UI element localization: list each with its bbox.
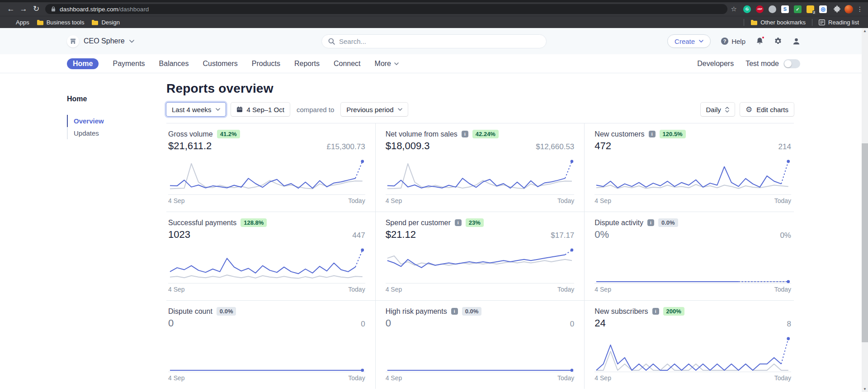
- sidebar-item-updates[interactable]: Updates: [67, 127, 166, 139]
- create-label: Create: [675, 38, 695, 45]
- browser-menu-icon[interactable]: ⋮: [857, 5, 863, 13]
- metric-previous-value: 8: [787, 320, 791, 329]
- tab-customers[interactable]: Customers: [203, 60, 237, 68]
- metric-previous-value: 0: [361, 320, 365, 329]
- check-extension-icon[interactable]: ✓: [794, 5, 802, 13]
- reading-list[interactable]: Reading list: [815, 18, 863, 27]
- tab-balances[interactable]: Balances: [159, 60, 189, 68]
- edit-charts-button[interactable]: ⚙ Edit charts: [740, 103, 794, 116]
- change-badge: 42.24%: [472, 130, 499, 138]
- metric-card-gross-volume: Gross volume41.2%$21,611.2£15,300.734 Se…: [166, 123, 376, 212]
- sparkline-chart: [386, 334, 575, 372]
- notifications-button[interactable]: [756, 37, 764, 45]
- change-badge: 120.5%: [660, 130, 686, 138]
- axis-start-label: 4 Sep: [386, 286, 402, 293]
- bookmark-apps[interactable]: Apps: [5, 18, 33, 27]
- info-icon[interactable]: i: [451, 308, 458, 315]
- tab-products[interactable]: Products: [252, 60, 280, 68]
- bookmarks-divider: [744, 19, 744, 26]
- date-picker-button[interactable]: 4 Sep–1 Oct: [231, 103, 290, 116]
- metric-card-successful-payments: Successful payments128.8%10234474 SepTod…: [166, 212, 376, 301]
- info-icon[interactable]: i: [649, 131, 656, 137]
- scroll-up-icon[interactable]: ▲: [862, 28, 868, 34]
- user-profile-button[interactable]: [793, 38, 800, 45]
- metric-value: $21,611.2: [168, 140, 212, 152]
- filter-right: Daily ⚙ Edit charts: [701, 103, 794, 116]
- metric-value: 0%: [594, 229, 609, 241]
- reading-list-label: Reading list: [828, 19, 859, 26]
- bookmark-label: Apps: [16, 19, 29, 26]
- extensions-puzzle-icon[interactable]: [833, 5, 841, 13]
- other-bookmarks[interactable]: Other bookmarks: [747, 18, 809, 27]
- forward-icon[interactable]: →: [17, 2, 30, 16]
- change-badge: 0.0%: [217, 307, 236, 316]
- search-input[interactable]: Search...: [321, 34, 547, 48]
- create-button[interactable]: Create: [667, 34, 711, 48]
- browser-profile-avatar[interactable]: [844, 5, 853, 14]
- info-icon[interactable]: i: [652, 308, 659, 315]
- grammarly-extension-icon[interactable]: G: [743, 5, 751, 13]
- chart-axis: 4 SepToday: [168, 194, 365, 212]
- help-button[interactable]: ? Help: [721, 38, 745, 45]
- back-icon[interactable]: ←: [5, 2, 17, 16]
- bookmark-business-tools[interactable]: Business tools: [33, 18, 88, 27]
- bookmark-design[interactable]: Design: [88, 18, 123, 27]
- card-header: Successful payments128.8%: [168, 218, 365, 227]
- developers-link[interactable]: Developers: [697, 60, 734, 68]
- settings-gear-button[interactable]: [774, 37, 782, 45]
- scrollbar-thumb[interactable]: [862, 143, 868, 342]
- date-range-select[interactable]: Last 4 weeks: [166, 103, 226, 116]
- metric-card-high-risk-payments: High risk paymentsi0.0%004 SepToday: [376, 301, 585, 389]
- test-mode-toggle[interactable]: [783, 59, 800, 68]
- card-header: Dispute count0.0%: [168, 307, 365, 316]
- tab-connect[interactable]: Connect: [334, 60, 361, 68]
- sparkline-chart: [386, 245, 575, 283]
- chart-axis: 4 SepToday: [594, 283, 791, 300]
- tab-more[interactable]: More: [375, 60, 399, 68]
- bookmarks-left: AppsBusiness toolsDesign: [5, 18, 123, 27]
- sparkline-chart: [168, 334, 365, 372]
- s-extension-icon[interactable]: S: [781, 5, 789, 13]
- metric-label: Gross volume: [168, 130, 213, 138]
- sidebar-item-overview[interactable]: Overview: [67, 115, 166, 127]
- folder-icon: [750, 19, 757, 25]
- grey-extension-icon[interactable]: [769, 5, 776, 13]
- info-icon[interactable]: i: [647, 219, 654, 226]
- metric-card-new-customers: New customersi120.5%4722144 SepToday: [585, 123, 794, 212]
- tab-payments[interactable]: Payments: [113, 60, 145, 68]
- tab-label: More: [375, 60, 391, 68]
- metric-previous-value: $12,660.53: [536, 142, 574, 151]
- reports-main: Reports overview Last 4 weeks 4 Sep–1 Oc…: [166, 73, 794, 389]
- bookmark-star-icon[interactable]: ☆: [731, 5, 737, 13]
- metric-card-new-subscribers: New subscribersi200%2484 SepToday: [585, 301, 794, 389]
- card-values: 0%0%: [594, 229, 791, 241]
- account-switcher[interactable]: CEO Sphere: [67, 35, 134, 47]
- adblock-extension-icon[interactable]: ABP: [756, 5, 764, 13]
- sidebar-list: OverviewUpdates: [67, 115, 166, 139]
- lens-extension-icon[interactable]: ◎: [819, 5, 827, 13]
- tab-home[interactable]: Home: [67, 58, 99, 69]
- tab-reports[interactable]: Reports: [294, 60, 320, 68]
- url-bar[interactable]: dashboard.stripe.com/dashboard: [45, 4, 727, 14]
- notes-extension-icon[interactable]: 2: [807, 5, 814, 13]
- metric-label: Net volume from sales: [386, 130, 458, 138]
- info-icon[interactable]: i: [455, 219, 462, 226]
- reload-icon[interactable]: ↻: [30, 2, 42, 16]
- main-nav: HomePaymentsBalancesCustomersProductsRep…: [0, 54, 868, 73]
- store-icon: [67, 35, 79, 47]
- card-header: Spend per customeri23%: [386, 218, 575, 227]
- help-label: Help: [731, 38, 745, 45]
- compare-select[interactable]: Previous period: [341, 103, 407, 116]
- search-placeholder: Search...: [339, 38, 366, 45]
- axis-start-label: 4 Sep: [594, 286, 611, 293]
- axis-start-label: 4 Sep: [386, 374, 402, 382]
- account-name: CEO Sphere: [84, 37, 125, 45]
- page-scrollbar[interactable]: ▲ ▼: [862, 28, 868, 392]
- interval-select[interactable]: Daily: [701, 103, 735, 116]
- axis-end-label: Today: [348, 286, 365, 293]
- chart-axis: 4 SepToday: [386, 283, 575, 300]
- help-icon: ?: [721, 38, 728, 45]
- change-badge: 0.0%: [462, 307, 482, 316]
- info-icon[interactable]: i: [462, 131, 468, 137]
- scroll-down-icon[interactable]: ▼: [862, 386, 868, 392]
